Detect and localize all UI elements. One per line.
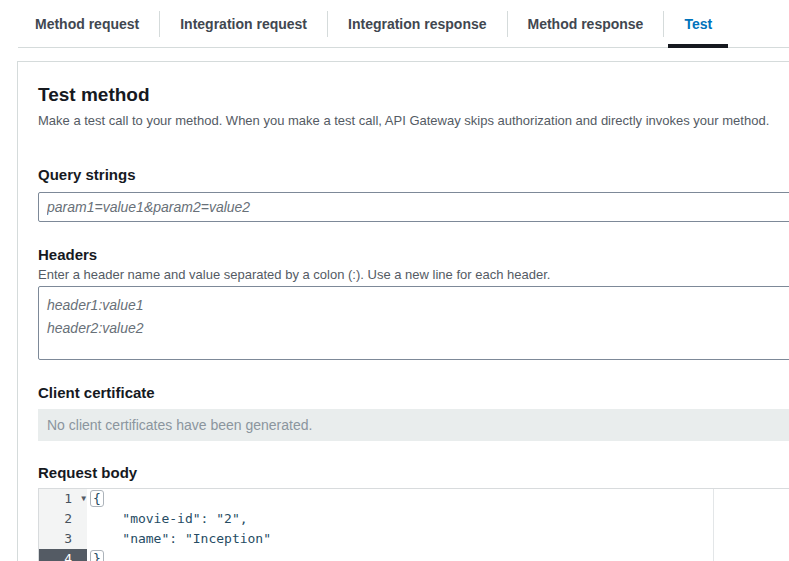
- query-strings-input[interactable]: [38, 192, 789, 222]
- tab-method-response[interactable]: Method response: [508, 0, 664, 48]
- code-line[interactable]: {: [87, 489, 789, 509]
- editor-line-3[interactable]: 3 "name": "Inception": [39, 529, 789, 549]
- tab-integration-request[interactable]: Integration request: [160, 0, 327, 48]
- tab-label: Integration response: [348, 16, 486, 32]
- tab-label: Method request: [35, 16, 139, 32]
- line-number: 4: [39, 549, 87, 561]
- tab-label: Integration request: [180, 16, 307, 32]
- request-body-label: Request body: [38, 464, 789, 481]
- method-tabs: Method requestIntegration requestIntegra…: [0, 0, 789, 48]
- headers-label: Headers: [38, 246, 789, 263]
- tab-method-request[interactable]: Method request: [15, 0, 159, 48]
- query-strings-label: Query strings: [38, 166, 789, 183]
- fold-arrow-icon[interactable]: ▼: [81, 489, 86, 509]
- line-number: 2: [39, 509, 87, 529]
- line-number: 3: [39, 529, 87, 549]
- code-line[interactable]: "name": "Inception": [87, 529, 789, 549]
- headers-help: Enter a header name and value separated …: [38, 267, 789, 282]
- headers-textarea[interactable]: [38, 286, 789, 360]
- editor-line-2[interactable]: 2 "movie-id": "2",: [39, 509, 789, 529]
- test-method-panel: Test method Make a test call to your met…: [17, 61, 789, 561]
- tab-integration-response[interactable]: Integration response: [328, 0, 506, 48]
- client-certificate-message: No client certificates have been generat…: [38, 409, 789, 441]
- client-certificate-label: Client certificate: [38, 384, 789, 401]
- code-line[interactable]: }: [87, 549, 789, 561]
- page-title: Test method: [38, 84, 789, 106]
- line-number: 1▼: [39, 489, 87, 509]
- editor-line-4[interactable]: 4}: [39, 549, 789, 561]
- editor-line-1[interactable]: 1▼{: [39, 489, 789, 509]
- matched-bracket: {: [90, 490, 104, 507]
- tab-test[interactable]: Test: [664, 0, 732, 48]
- code-line[interactable]: "movie-id": "2",: [87, 509, 789, 529]
- active-tab-indicator: [668, 44, 728, 48]
- page-description: Make a test call to your method. When yo…: [38, 113, 789, 128]
- tab-label: Test: [684, 16, 712, 32]
- request-body-editor[interactable]: 1▼{2 "movie-id": "2",3 "name": "Inceptio…: [38, 488, 789, 561]
- matched-bracket: }: [90, 550, 104, 561]
- tab-label: Method response: [528, 16, 644, 32]
